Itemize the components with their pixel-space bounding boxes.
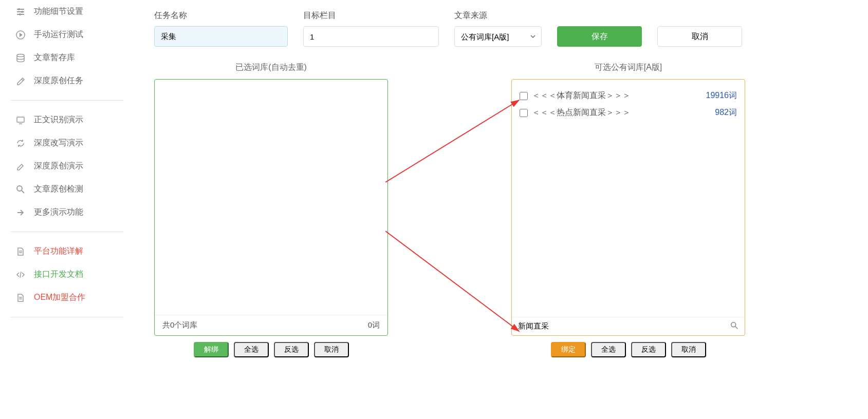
invert-button[interactable]: 反选 — [631, 342, 666, 357]
sidebar-item-article-check[interactable]: 文章原创检测 — [10, 178, 123, 201]
source-label: 文章来源 — [454, 10, 542, 21]
list-item[interactable]: ＜＜＜体育新闻直采＞＞＞ 19916词 — [520, 87, 737, 104]
available-panel-title: 可选公有词库[A版] — [511, 62, 745, 73]
selected-panel-title: 已选词库(自动去重) — [154, 62, 388, 73]
selected-list: 共0个词库 0词 — [154, 79, 388, 336]
edit-icon — [15, 76, 26, 86]
database-icon — [15, 53, 26, 63]
available-search-footer — [512, 317, 745, 335]
available-button-row: 绑定 全选 反选 取消 — [511, 342, 745, 357]
refresh-icon — [15, 138, 26, 148]
available-list-body[interactable]: ＜＜＜体育新闻直采＞＞＞ 19916词 ＜＜＜热点新闻直采＞＞＞ 982词 — [512, 80, 745, 317]
list-item-count: 19916词 — [706, 90, 737, 101]
divider — [10, 232, 123, 232]
sidebar-item-article-cache[interactable]: 文章暂存库 — [10, 46, 123, 69]
svg-point-4 — [17, 54, 24, 56]
sidebar-item-oem[interactable]: OEM加盟合作 — [10, 286, 123, 309]
source-select[interactable]: 公有词库[A版] — [454, 26, 542, 47]
svg-rect-5 — [17, 117, 24, 122]
sidebar-item-original-demo[interactable]: 深度原创演示 — [10, 155, 123, 178]
sidebar-item-api-doc[interactable]: 接口开发文档 — [10, 263, 123, 286]
list-item[interactable]: ＜＜＜热点新闻直采＞＞＞ 982词 — [520, 104, 737, 121]
list-item-checkbox[interactable] — [520, 92, 528, 100]
search-icon[interactable] — [730, 321, 738, 331]
target-input[interactable] — [303, 26, 439, 47]
svg-point-0 — [18, 8, 20, 10]
monitor-icon — [15, 115, 26, 125]
share-icon — [15, 207, 26, 218]
selected-button-row: 解绑 全选 反选 取消 — [154, 342, 388, 357]
sidebar-item-platform-doc[interactable]: 平台功能详解 — [10, 240, 123, 263]
cancel-sel-button[interactable]: 取消 — [314, 342, 349, 357]
list-item-checkbox[interactable] — [520, 109, 528, 117]
taskname-input[interactable] — [154, 26, 288, 47]
sidebar-item-manual-run[interactable]: 手动运行测试 — [10, 23, 123, 46]
selectall-button[interactable]: 全选 — [234, 342, 269, 357]
sidebar-item-rewrite-demo[interactable]: 深度改写演示 — [10, 131, 123, 155]
sidebar: 功能细节设置 手动运行测试 文章暂存库 深度原创任务 正文识别演示 — [0, 0, 134, 419]
edit-icon — [15, 161, 26, 172]
selected-word-count: 0词 — [368, 320, 380, 330]
list-item-label: ＜＜＜热点新闻直采＞＞＞ — [532, 107, 631, 118]
sidebar-item-label: 文章暂存库 — [34, 52, 75, 63]
sidebar-item-label: 深度改写演示 — [34, 138, 83, 148]
sidebar-item-label: 正文识别演示 — [34, 115, 83, 125]
sidebar-item-label: 接口开发文档 — [34, 269, 83, 280]
sidebar-item-text-demo[interactable]: 正文识别演示 — [10, 108, 123, 131]
save-button[interactable]: 保存 — [557, 26, 642, 47]
file-icon — [15, 293, 26, 303]
unbind-button[interactable]: 解绑 — [194, 342, 229, 357]
play-icon — [15, 30, 26, 40]
cancel-avail-button[interactable]: 取消 — [671, 342, 706, 357]
selected-list-body[interactable] — [155, 80, 387, 315]
invert-button[interactable]: 反选 — [274, 342, 309, 357]
sidebar-item-label: 更多演示功能 — [34, 207, 83, 218]
svg-point-1 — [21, 11, 23, 13]
sidebar-item-label: 深度原创任务 — [34, 75, 83, 86]
sidebar-item-deep-original[interactable]: 深度原创任务 — [10, 69, 123, 92]
search-input[interactable] — [518, 322, 730, 331]
list-item-label: ＜＜＜体育新闻直采＞＞＞ — [532, 90, 631, 101]
sidebar-item-more-demo[interactable]: 更多演示功能 — [10, 201, 123, 224]
search-icon — [15, 184, 26, 195]
target-label: 目标栏目 — [303, 10, 439, 21]
available-panel: 可选公有词库[A版] ＜＜＜体育新闻直采＞＞＞ 19916词 — [511, 62, 745, 357]
divider — [10, 100, 123, 101]
selected-count-label: 共0个词库 — [162, 320, 197, 330]
sidebar-item-label: 文章原创检测 — [34, 184, 83, 195]
main: 任务名称 目标栏目 文章来源 公有词库[A版] 保存 取消 已选词库(自动去重) — [134, 0, 868, 419]
sidebar-item-settings[interactable]: 功能细节设置 — [10, 0, 123, 23]
svg-point-2 — [19, 13, 21, 15]
code-icon — [15, 270, 26, 280]
bind-button[interactable]: 绑定 — [551, 342, 586, 357]
selected-panel: 已选词库(自动去重) 共0个词库 0词 解绑 全选 反选 取消 — [154, 62, 388, 357]
file-icon — [15, 246, 26, 257]
svg-point-6 — [17, 186, 22, 191]
divider — [10, 317, 123, 317]
form-row: 任务名称 目标栏目 文章来源 公有词库[A版] 保存 取消 — [154, 10, 853, 47]
sidebar-item-label: OEM加盟合作 — [34, 292, 85, 303]
selectall-button[interactable]: 全选 — [591, 342, 626, 357]
sliders-icon — [15, 7, 26, 17]
available-list: ＜＜＜体育新闻直采＞＞＞ 19916词 ＜＜＜热点新闻直采＞＞＞ 982词 — [511, 79, 745, 336]
cancel-button[interactable]: 取消 — [657, 26, 742, 47]
sidebar-item-label: 深度原创演示 — [34, 161, 83, 172]
sidebar-item-label: 功能细节设置 — [34, 6, 83, 17]
sidebar-item-label: 平台功能详解 — [34, 246, 83, 257]
list-item-count: 982词 — [715, 107, 737, 118]
taskname-label: 任务名称 — [154, 10, 288, 21]
selected-list-footer: 共0个词库 0词 — [155, 315, 387, 335]
svg-point-7 — [731, 322, 736, 327]
sidebar-item-label: 手动运行测试 — [34, 29, 83, 40]
